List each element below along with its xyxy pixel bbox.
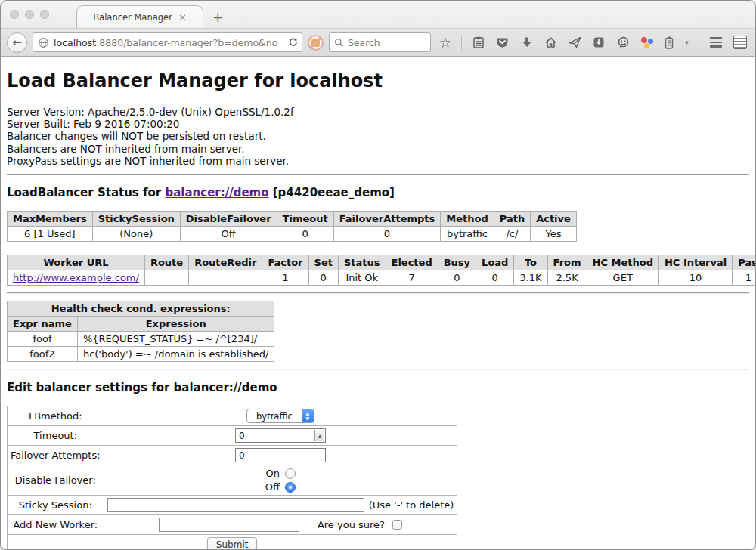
battery-icon[interactable] (662, 32, 677, 52)
health-header-row: Expr name Expression (8, 317, 274, 332)
params-header: Timeout (277, 212, 333, 227)
radio-on-label: On (266, 468, 280, 479)
sticky-session-label: Sticky Session: (8, 496, 104, 515)
reading-list-icon[interactable] (469, 32, 488, 52)
url-bar[interactable]: localhost:8880/balancer-manager?b=demo&n… (33, 32, 302, 52)
params-header: Method (441, 212, 494, 227)
health-expr-name: foof (8, 332, 78, 347)
worker-cell: 1 (0) (733, 270, 755, 286)
workers-header: To (514, 255, 547, 270)
window-minimize-button[interactable] (25, 10, 34, 19)
workers-header: Busy (438, 255, 476, 270)
reload-icon[interactable] (288, 37, 299, 48)
params-cell: Off (180, 227, 277, 242)
worker-cell: Init Ok (338, 270, 386, 286)
failover-attempts-row: Failover Attempts: 0 (8, 446, 457, 465)
search-box[interactable] (329, 32, 431, 52)
loadbalancer-status-heading: LoadBalancer Status for balancer://demo … (7, 186, 749, 199)
params-header-row: MaxMembers StickySession DisableFailover… (8, 212, 577, 227)
submit-button[interactable]: Submit (207, 537, 258, 549)
menu-hamburger-icon[interactable] (706, 32, 725, 52)
worker-cell: 3.1K (514, 270, 547, 286)
select-stepper-icon: ▲▼ (302, 409, 314, 423)
timeout-label: Timeout: (8, 426, 104, 446)
health-expr-name: foof2 (8, 347, 78, 362)
toolbar-divider-2 (699, 35, 699, 50)
send-icon[interactable] (565, 32, 584, 52)
browser-tab[interactable]: Balancer Manager × (76, 5, 203, 28)
persist-note-line: Balancer changes will NOT be persisted o… (7, 130, 749, 142)
edit-balancer-form: LBmethod: bytraffic ▲▼ Timeout: 0 ▲ (7, 406, 457, 549)
timeout-input[interactable]: 0 ▲ (235, 428, 326, 443)
disable-failover-off-radio[interactable] (285, 482, 296, 493)
urlbar-divider (283, 36, 284, 48)
url-path: :8880/balancer-manager?b=demo&nonce=decc… (96, 37, 278, 48)
timeout-value: 0 (239, 431, 245, 441)
browser-window: Balancer Manager × + ← localhost:8880/ba… (0, 0, 756, 550)
proxypass-note-line: ProxyPass settings are NOT inherited fro… (7, 155, 749, 167)
worker-cell: 7 (386, 270, 438, 286)
health-table-title: Health check cond. expressions: (8, 301, 274, 317)
home-icon[interactable] (541, 32, 560, 52)
tab-bar: Balancer Manager × + (1, 1, 755, 28)
workers-table: Worker URL Route RouteRedir Factor Set S… (7, 255, 755, 286)
save-to-device-icon[interactable] (590, 32, 609, 52)
chevron-down-icon[interactable]: ▾ (682, 32, 692, 52)
globe-icon[interactable] (38, 37, 49, 48)
back-button[interactable]: ← (7, 32, 27, 53)
disable-failover-on-radio[interactable] (285, 468, 296, 479)
timeout-row: Timeout: 0 ▲ (8, 426, 457, 446)
status-heading-prefix: LoadBalancer Status for (7, 186, 165, 199)
pocket-icon[interactable] (493, 32, 512, 52)
sticky-session-input[interactable] (107, 498, 364, 512)
window-close-button[interactable] (10, 10, 19, 19)
balancer-demo-link[interactable]: balancer://demo (165, 186, 268, 199)
health-header-expression: Expression (77, 317, 274, 332)
health-header-exprname: Expr name (8, 317, 78, 332)
workers-header: Route (144, 255, 188, 270)
balancer-params-table: MaxMembers StickySession DisableFailover… (7, 211, 577, 242)
workers-header: Status (338, 255, 386, 270)
failover-attempts-input[interactable]: 0 (235, 448, 326, 462)
health-expression: hc('body') =~ /domain is established/ (77, 347, 274, 362)
workers-header: Load (476, 255, 514, 270)
worker-cell: 1 (262, 270, 308, 286)
params-cell: /c/ (494, 227, 530, 242)
disable-failover-label: Disable Failover: (8, 465, 104, 496)
download-icon[interactable] (517, 32, 536, 52)
window-controls[interactable] (10, 10, 49, 19)
workers-header: Set (308, 255, 338, 270)
workers-header: Factor (262, 255, 308, 270)
server-version-line: Server Version: Apache/2.5.0-dev (Unix) … (7, 106, 749, 118)
content-blocked-icon[interactable] (308, 35, 324, 51)
url-host: localhost (54, 37, 96, 48)
params-cell: 0 (277, 227, 333, 242)
are-you-sure-checkbox[interactable] (392, 520, 402, 530)
worker-cell: 2.5K (547, 270, 587, 286)
params-header: DisableFailover (180, 212, 277, 227)
worker-url-cell: http://www.example.com/ (8, 270, 145, 286)
add-worker-input[interactable] (159, 518, 299, 532)
page-thumbnail-icon[interactable] (730, 32, 749, 52)
bookmark-star-icon[interactable]: ☆ (436, 32, 455, 52)
number-spinner-icon[interactable]: ▲ (314, 430, 324, 441)
lbmethod-row: LBmethod: bytraffic ▲▼ (8, 406, 457, 426)
navigation-toolbar: ← localhost:8880/balancer-manager?b=demo… (1, 28, 755, 57)
worker-url-link[interactable]: http://www.example.com/ (13, 272, 139, 283)
colored-dots-extension-icon[interactable] (638, 32, 657, 52)
lbmethod-select[interactable]: bytraffic ▲▼ (246, 409, 314, 423)
chat-smiley-icon[interactable] (614, 32, 633, 52)
search-input[interactable] (348, 37, 426, 48)
url-text[interactable]: localhost:8880/balancer-manager?b=demo&n… (54, 37, 278, 48)
worker-cell (144, 270, 188, 286)
workers-header-row: Worker URL Route RouteRedir Factor Set S… (8, 255, 756, 270)
window-zoom-button[interactable] (40, 10, 49, 19)
health-check-table: Health check cond. expressions: Expr nam… (7, 301, 274, 362)
page-title: Load Balancer Manager for localhost (7, 70, 749, 91)
params-cell: 0 (333, 227, 441, 242)
params-header: Path (494, 212, 530, 227)
search-icon (334, 38, 344, 48)
new-tab-button[interactable]: + (212, 11, 223, 24)
tab-title: Balancer Manager (93, 12, 172, 23)
tab-close-icon[interactable]: × (178, 12, 187, 22)
